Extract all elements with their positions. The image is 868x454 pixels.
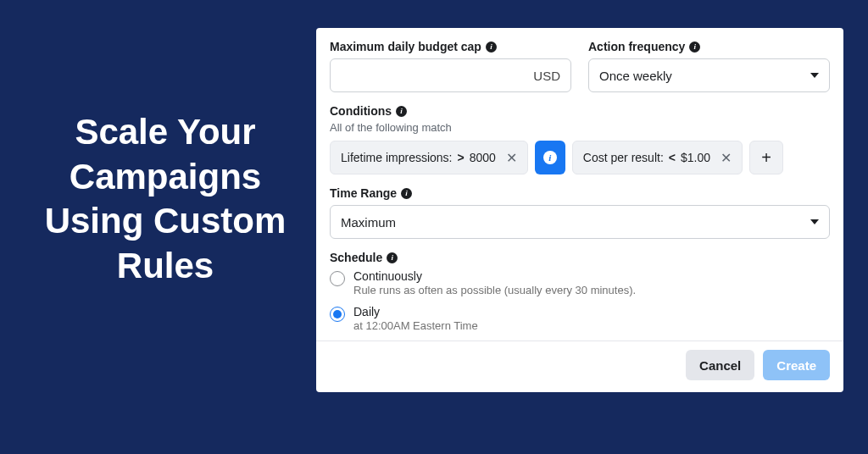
condition-value: 8000 (470, 151, 496, 164)
plus-icon: + (761, 148, 771, 168)
budget-cap-label: Maximum daily budget cap i (330, 40, 571, 53)
condition-op: > (458, 151, 465, 164)
budget-cap-label-text: Maximum daily budget cap (330, 40, 481, 53)
cancel-button[interactable]: Cancel (686, 350, 754, 380)
info-icon[interactable]: i (486, 42, 497, 53)
currency-suffix: USD (533, 69, 560, 83)
chevron-down-icon (810, 73, 819, 78)
condition-chip[interactable]: Lifetime impressions: > 8000 ✕ (330, 141, 528, 174)
action-frequency-label: Action frequency i (588, 40, 830, 53)
action-frequency-select[interactable]: Once weekly (588, 58, 830, 92)
conditions-label-text: Conditions (330, 104, 392, 118)
budget-cap-input[interactable]: USD (330, 58, 571, 92)
action-frequency-value: Once weekly (599, 69, 672, 83)
time-range-select[interactable]: Maximum (330, 205, 830, 239)
info-icon: i (543, 151, 557, 164)
radio-icon[interactable] (330, 307, 345, 322)
schedule-option-daily[interactable]: Daily at 12:00AM Eastern Time (330, 305, 830, 332)
condition-info-chip[interactable]: i (535, 141, 565, 174)
close-icon[interactable]: ✕ (506, 150, 517, 166)
condition-op: < (669, 151, 676, 164)
close-icon[interactable]: ✕ (721, 150, 732, 166)
schedule-option-desc: Rule runs as often as possible (usually … (353, 284, 636, 296)
schedule-label-text: Schedule (330, 251, 382, 264)
hero-title: Scale Your Campaigns Using Custom Rules (34, 110, 297, 288)
schedule-option-title: Continuously (353, 269, 636, 283)
info-icon[interactable]: i (401, 188, 412, 199)
condition-metric: Lifetime impressions: (341, 151, 453, 164)
condition-metric: Cost per result: (583, 151, 664, 164)
schedule-option-desc: at 12:00AM Eastern Time (353, 319, 478, 332)
info-icon[interactable]: i (689, 42, 700, 53)
radio-icon[interactable] (330, 271, 345, 286)
add-condition-button[interactable]: + (749, 141, 783, 174)
info-icon[interactable]: i (387, 252, 398, 263)
schedule-label: Schedule i (330, 251, 830, 264)
create-button[interactable]: Create (763, 350, 830, 380)
custom-rule-panel: Maximum daily budget cap i USD Action fr… (316, 28, 843, 392)
conditions-sublabel: All of the following match (330, 121, 830, 134)
time-range-value: Maximum (341, 215, 396, 230)
condition-chip[interactable]: Cost per result: < $1.00 ✕ (572, 141, 743, 174)
info-icon[interactable]: i (396, 106, 407, 117)
time-range-label: Time Range i (330, 186, 830, 200)
action-frequency-label-text: Action frequency (588, 40, 685, 53)
dialog-footer: Cancel Create (316, 340, 843, 380)
schedule-option-title: Daily (353, 305, 478, 318)
chevron-down-icon (810, 219, 819, 224)
schedule-option-continuously[interactable]: Continuously Rule runs as often as possi… (330, 269, 830, 296)
time-range-label-text: Time Range (330, 186, 397, 200)
condition-value: $1.00 (681, 151, 710, 164)
conditions-label: Conditions i (330, 104, 830, 118)
